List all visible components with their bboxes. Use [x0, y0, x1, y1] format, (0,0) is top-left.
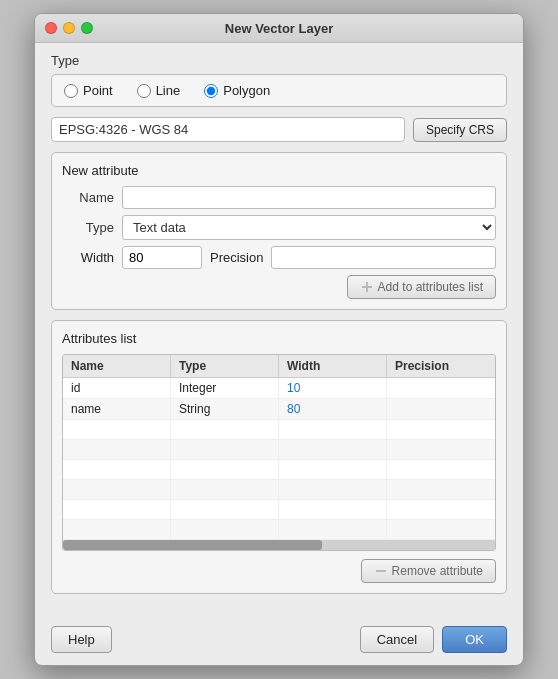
table-row-empty — [63, 480, 495, 500]
dialog-window: New Vector Layer Type Point Line Polygon… — [34, 13, 524, 666]
right-buttons: Cancel OK — [360, 626, 507, 653]
table-row-empty — [63, 420, 495, 440]
type-radio-group: Point Line Polygon — [51, 74, 507, 107]
help-button[interactable]: Help — [51, 626, 112, 653]
name-label: Name — [62, 190, 114, 205]
col-header-width: Width — [279, 355, 387, 377]
width-precision-row: Width Precision — [62, 246, 496, 269]
radio-line[interactable]: Line — [137, 83, 181, 98]
new-attribute-title: New attribute — [62, 163, 496, 178]
type-label: Type — [62, 220, 114, 235]
radio-point[interactable]: Point — [64, 83, 113, 98]
row-id-precision — [387, 378, 495, 398]
remove-attribute-button[interactable]: Remove attribute — [361, 559, 496, 583]
scrollbar-thumb[interactable] — [63, 540, 322, 550]
radio-polygon-input[interactable] — [204, 84, 218, 98]
close-button[interactable] — [45, 22, 57, 34]
radio-point-input[interactable] — [64, 84, 78, 98]
bottom-bar: Help Cancel OK — [35, 618, 523, 665]
table-row[interactable]: id Integer 10 — [63, 378, 495, 399]
precision-label: Precision — [210, 250, 263, 265]
add-btn-row: Add to attributes list — [62, 275, 496, 299]
table-row-empty — [63, 460, 495, 480]
crs-display: EPSG:4326 - WGS 84 — [51, 117, 405, 142]
radio-line-input[interactable] — [137, 84, 151, 98]
horizontal-scrollbar[interactable] — [63, 540, 495, 550]
add-button-label: Add to attributes list — [378, 280, 483, 294]
name-row: Name — [62, 186, 496, 209]
precision-input[interactable] — [271, 246, 496, 269]
row-name-precision — [387, 399, 495, 419]
crs-row: EPSG:4326 - WGS 84 Specify CRS — [51, 117, 507, 142]
add-icon — [360, 280, 374, 294]
table-body: id Integer 10 name String 80 — [63, 378, 495, 540]
cancel-button[interactable]: Cancel — [360, 626, 434, 653]
table-row-empty — [63, 520, 495, 540]
table-row-empty — [63, 500, 495, 520]
specify-crs-button[interactable]: Specify CRS — [413, 118, 507, 142]
remove-icon — [374, 564, 388, 578]
scrollbar-track — [63, 540, 495, 550]
table-row-empty — [63, 440, 495, 460]
new-attribute-section: New attribute Name Type Text data Intege… — [51, 152, 507, 310]
row-name-name: name — [63, 399, 171, 419]
table-row[interactable]: name String 80 — [63, 399, 495, 420]
minimize-button[interactable] — [63, 22, 75, 34]
row-name-width: 80 — [279, 399, 387, 419]
type-select[interactable]: Text data Integer Decimal number Date — [122, 215, 496, 240]
window-title: New Vector Layer — [225, 21, 333, 36]
table-header: Name Type Width Precision — [63, 355, 495, 378]
type-row: Type Text data Integer Decimal number Da… — [62, 215, 496, 240]
content-area: Type Point Line Polygon EPSG:4326 - WGS … — [35, 43, 523, 618]
col-header-name: Name — [63, 355, 171, 377]
window-controls — [45, 22, 93, 34]
maximize-button[interactable] — [81, 22, 93, 34]
width-input[interactable] — [122, 246, 202, 269]
row-id-type: Integer — [171, 378, 279, 398]
attributes-list-section: Attributes list Name Type Width Precisio… — [51, 320, 507, 594]
type-section-label: Type — [51, 53, 507, 68]
attributes-table: Name Type Width Precision id Integer 10 … — [62, 354, 496, 551]
width-label: Width — [62, 250, 114, 265]
col-header-type: Type — [171, 355, 279, 377]
row-id-width: 10 — [279, 378, 387, 398]
svg-rect-2 — [376, 570, 386, 572]
title-bar: New Vector Layer — [35, 14, 523, 43]
svg-rect-1 — [366, 282, 368, 292]
radio-point-label: Point — [83, 83, 113, 98]
name-input[interactable] — [122, 186, 496, 209]
ok-button[interactable]: OK — [442, 626, 507, 653]
radio-polygon[interactable]: Polygon — [204, 83, 270, 98]
col-header-precision: Precision — [387, 355, 495, 377]
radio-polygon-label: Polygon — [223, 83, 270, 98]
attributes-list-title: Attributes list — [62, 331, 496, 346]
remove-button-label: Remove attribute — [392, 564, 483, 578]
add-to-attributes-button[interactable]: Add to attributes list — [347, 275, 496, 299]
remove-btn-row: Remove attribute — [62, 559, 496, 583]
radio-line-label: Line — [156, 83, 181, 98]
row-id-name: id — [63, 378, 171, 398]
row-name-type: String — [171, 399, 279, 419]
